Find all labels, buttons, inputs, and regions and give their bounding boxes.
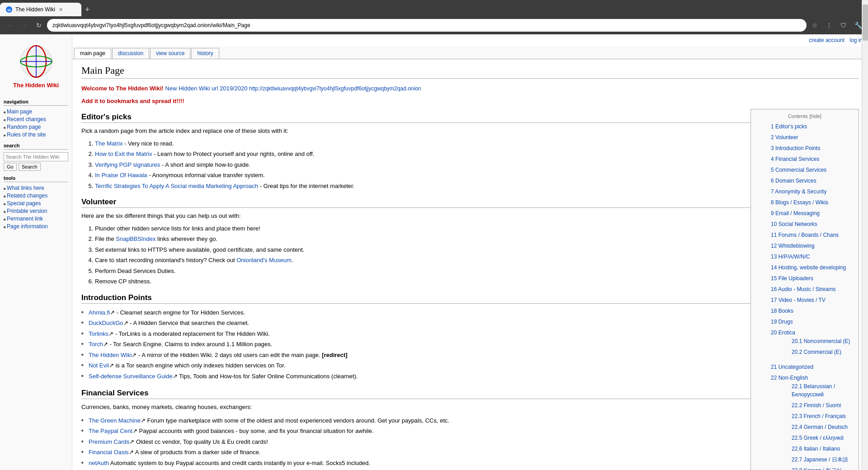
list-item: Remove CP shitness. [95,277,859,286]
scrollbar[interactable] [862,0,868,470]
search-input[interactable] [4,152,68,161]
selfdefense-link[interactable]: Self-defense Surveillance Guide [89,373,173,380]
list-item: Verifying PGP signatures - A short and s… [95,160,859,169]
volunteer-list: Plunder other hidden service lists for l… [95,224,859,286]
new-url-link[interactable]: New Hidden Wiki url 2019/2020 [165,85,247,92]
tool-link-printable[interactable]: Printable version [4,207,68,215]
welcome-bold: Welcome to The Hidden Wiki! [81,85,164,92]
tab-discussion[interactable]: discussion [112,48,149,59]
notevil-link[interactable]: Not Evil [89,362,109,369]
intro-points-list: Ahmia.fi↗ - Clearnet search engine for T… [81,307,859,382]
hidden-wiki-link[interactable]: The Hidden Wiki [89,352,132,358]
tool-link-permanent[interactable]: Permanent link [4,215,68,222]
hawala-link[interactable]: In Praise Of Hawala [95,172,147,179]
nav-link-recent[interactable]: Recent changes [4,115,68,123]
shield-icon[interactable]: 🛡 [837,19,850,32]
list-item: The Green Machine↗ Forum type marketplac… [81,415,859,426]
sidebar: The Hidden Wiki navigation Main page Rec… [0,34,72,470]
ahmia-link[interactable]: Ahmia.fi [89,309,110,316]
nav-right: ☆ ⋮ 🛡 🔧 [808,19,864,32]
list-item: Torch↗ - Tor Search Engine. Claims to in… [81,339,859,350]
article: Main Page Welcome to The Hidden Wiki! Ne… [72,59,868,470]
tool-link-whatlinks[interactable]: What links here [4,184,68,192]
toc-item: 1 Editor's picks [771,122,852,131]
refresh-button[interactable]: ↻ [33,19,45,32]
toc-item: 17 Video - Movies / TV [771,296,852,305]
toc-hide[interactable]: [hide] [809,113,821,119]
welcome-paragraph: Welcome to The Hidden Wiki! New Hidden W… [81,84,859,93]
list-item: Plunder other hidden service lists for l… [95,224,859,233]
tab-close-button[interactable]: ✕ [59,7,63,13]
logo-line1: The Hidden Wiki [13,82,59,89]
search-buttons: Go Search [4,163,68,171]
toc-item: 3 Introduction Points [771,144,852,153]
wiki-tabs: main page discussion view source history [72,46,868,59]
toc-item: 8 Blogs / Essays / Wikis [771,198,852,207]
social-media-link[interactable]: Terrific Strategies To Apply A Social me… [95,183,258,189]
article-wrapper: create account log in main page discussi… [72,34,868,470]
tab-main-page[interactable]: main page [74,48,111,59]
svg-text:W: W [7,8,11,12]
onionland-link[interactable]: Onionland's Museum [236,257,292,263]
toc-subitem: 22.2 Finnish / Suomi [792,401,852,410]
toc-subitem: 22.1 Belarussian / Белорусский [792,382,852,399]
tool-link-special[interactable]: Special pages [4,199,68,207]
toc-item: 6 Domain Services [771,176,852,185]
toc-item: 5 Commercial Services [771,165,852,174]
toc-item: 9 Email / Messaging [771,209,852,218]
tool-link-pageinfo[interactable]: Page information [4,222,68,230]
menu-icon[interactable]: ⋮ [823,19,835,32]
financial-oasis-link[interactable]: Financial Oasis [89,449,129,456]
scroll-thumb[interactable] [863,5,868,41]
torch-link[interactable]: Torch [89,341,103,348]
new-tab-button[interactable]: + [81,3,94,16]
matrix-link[interactable]: The Matrix [95,140,123,147]
tab-view-source[interactable]: view source [150,48,190,59]
search-go-button[interactable]: Go [4,163,17,171]
paypal-cent-link[interactable]: The Paypal Cent [89,428,132,434]
list-item: Ahmia.fi↗ - Clearnet search engine for T… [81,307,859,318]
toc-title: Contents [hide] [757,113,852,119]
netauth-link[interactable]: netAuth [89,460,109,466]
volunteer-heading: Volunteer [81,197,859,208]
list-item: The Matrix - Very nice to read. [95,139,859,148]
financial-heading: Financial Services [81,389,859,399]
premium-cards-link[interactable]: Premium Cards [89,438,129,445]
tab-history[interactable]: history [191,48,219,59]
green-machine-link[interactable]: The Green Machine [89,417,141,424]
article-title: Main Page [81,65,859,79]
address-bar[interactable] [47,19,807,32]
torlinks-link[interactable]: Torlinks [89,330,108,337]
nav-link-rules[interactable]: Rules of the site [4,131,68,138]
page-wrapper: The Hidden Wiki navigation Main page Rec… [0,34,868,470]
toc-item: 13 H/P/A/W/N/C [771,252,852,261]
browser-tab[interactable]: W The Hidden Wiki ✕ [0,3,81,16]
welcome-url[interactable]: http://zqktlwiuavvqqt4ybvgvi7tyo4hjl5xgf… [249,85,421,92]
editors-picks-heading: Editor's picks [81,113,859,123]
create-account-link[interactable]: create account [809,37,844,43]
list-item: Financial Oasis↗ A slew of products from… [81,447,859,458]
snapbbs-link[interactable]: SnapBBSIndex [116,235,156,242]
list-item: Perform Dead Services Duties. [95,267,859,276]
favicon-icon: W [5,6,13,13]
forward-button[interactable]: → [18,19,31,32]
duckduckgo-link[interactable]: DuckDuckGo [89,320,123,326]
volunteer-intro: Here are the six different things that y… [81,212,859,221]
list-item: Care to start recording onionland's hist… [95,256,859,265]
login-link[interactable]: log in [849,37,863,43]
back-button[interactable]: ← [4,19,16,32]
nav-link-random[interactable]: Random page [4,123,68,131]
toc-item: 2 Volunteer [771,133,852,142]
toc-item: 7 Anonymity & Security [771,187,852,196]
exit-matrix-link[interactable]: How to Exit the Matrix [95,150,152,157]
financial-intro: Currencies, banks, money markets, cleari… [81,403,859,412]
top-actions: create account log in [72,34,868,46]
list-item: Terrific Strategies To Apply A Social me… [95,182,859,191]
tool-link-related[interactable]: Related changes [4,192,68,199]
list-item: Capital Ventures↗ Offering high quality … [81,468,859,470]
pgp-link[interactable]: Verifying PGP signatures [95,161,160,168]
bookmarks-icon[interactable]: ☆ [808,19,821,32]
list-item: In Praise Of Hawala - Anonymous informal… [95,171,859,180]
nav-link-main[interactable]: Main page [4,108,68,115]
search-search-button[interactable]: Search [19,163,41,171]
